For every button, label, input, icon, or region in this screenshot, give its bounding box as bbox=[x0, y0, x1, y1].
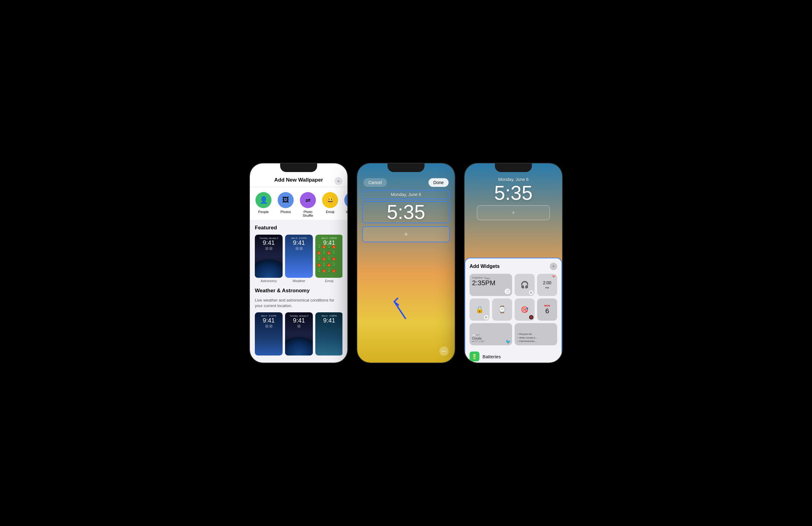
wallpaper-types-row: 👤 People 🖼 Photos ⇌ Photo Shuffle 😀 Emoj… bbox=[250, 187, 347, 220]
p3-plus-icon: + bbox=[511, 209, 515, 216]
list-item[interactable]: Tuesday, January 9 9:41 bbox=[285, 312, 313, 356]
phone2-screen: Cancel Done Monday, June 6 5:35 + bbox=[357, 163, 455, 363]
done-button[interactable]: Done bbox=[429, 178, 449, 187]
emoji-feat-label: Emoji bbox=[315, 279, 343, 283]
arrow-indicator bbox=[388, 290, 412, 322]
list-item[interactable]: Mon 6 · 9:41PM 9:41 bbox=[255, 312, 282, 356]
featured-grid: Tuesday, January 9 9:41 Astronomy bbox=[255, 235, 343, 283]
astronomy-thumb[interactable]: Tuesday, January 9 9:41 bbox=[255, 235, 282, 278]
time-text: 5:35 bbox=[387, 201, 425, 223]
airpods-widget[interactable]: 🎧 ⊙ bbox=[514, 274, 535, 296]
widget-add-area[interactable]: + bbox=[362, 226, 450, 242]
emoji-overlay: Mon 6 · 9:58PM 9:41 bbox=[315, 235, 343, 278]
list-item[interactable]: Mon 6 · 9:41PM 9:41 Weather bbox=[285, 235, 313, 283]
emoji-thumb[interactable]: 🎄🍁🎄🍁🍁🎄🍁🎄🎄🍁🎄🍁🍁🎄🍁🎄🎄🍁🎄🍁 Mon 6 · 9:58PM 9:41 bbox=[315, 235, 343, 278]
batteries-icon: 🔋 bbox=[469, 351, 479, 361]
weather-bird-icon: 🐦 bbox=[506, 339, 511, 344]
three-dots-button[interactable]: ••• bbox=[439, 347, 449, 356]
earth-graphic bbox=[255, 259, 282, 278]
calendar-small-widget[interactable]: 2:00PM 📅 bbox=[537, 274, 557, 296]
type-emoji[interactable]: 😀 Emoji bbox=[321, 192, 339, 217]
activity-dot bbox=[529, 315, 533, 319]
add-widgets-header: Add Widgets × bbox=[469, 263, 557, 270]
date-area[interactable]: Monday, June 6 bbox=[362, 190, 450, 199]
p3-time-text: 5:35 bbox=[471, 183, 556, 203]
clock-icon: 🕐 bbox=[505, 289, 510, 294]
weather-label: Weather bbox=[346, 210, 347, 214]
calendar-mon-widget[interactable]: MON 6 bbox=[537, 299, 557, 321]
weather-section-desc: Live weather and astronomical conditions… bbox=[255, 298, 343, 309]
photos-label: Photos bbox=[280, 210, 291, 214]
lockscreen-topbar: Cancel Done bbox=[357, 163, 455, 190]
wallpaper-body: Featured Tuesday, January 9 9:41 bbox=[250, 220, 347, 363]
batteries-row[interactable]: 🔋 Batteries bbox=[469, 349, 557, 363]
wallpaper-title: Add New Wallpaper bbox=[274, 177, 323, 183]
plus-icon: + bbox=[404, 230, 408, 238]
photos-icon: 🖼 bbox=[278, 192, 294, 208]
p3-date-text: Monday, June 6 bbox=[471, 177, 556, 182]
people-label: People bbox=[258, 210, 269, 214]
phone3-top: Monday, June 6 5:35 + bbox=[465, 163, 562, 223]
people-icon: 👤 bbox=[256, 192, 272, 208]
widgets-grid: Cupertino -3HRS 2:35PM 🕐 🎧 ⊙ 2:00PM 📅 bbox=[469, 274, 557, 345]
emoji-icon: 😀 bbox=[322, 192, 338, 208]
type-weather[interactable]: ⛅ Weather bbox=[344, 192, 347, 217]
weather-small-widget[interactable]: ☁️ 77° Cloudy H:77° L:60° 🐦 bbox=[469, 323, 512, 345]
scene: Add New Wallpaper × 👤 People 🖼 Photos ⇌ … bbox=[237, 150, 575, 376]
phone-2: Cancel Done Monday, June 6 5:35 + bbox=[357, 163, 455, 363]
weather-thumb[interactable]: Mon 6 · 9:41PM 9:41 bbox=[285, 235, 313, 278]
airpods-clock-icon: ⊙ bbox=[529, 290, 533, 295]
phone-3: Monday, June 6 5:35 + Add Widgets × Cupe… bbox=[464, 163, 563, 363]
app-list: 🔋 Batteries 📅 Calendar bbox=[469, 349, 557, 363]
activity-widget[interactable]: 🎯 bbox=[514, 299, 535, 321]
type-photo-shuffle[interactable]: ⇌ Photo Shuffle bbox=[299, 192, 317, 217]
photo-shuffle-label: Photo Shuffle bbox=[300, 210, 316, 217]
date-text: Monday, June 6 bbox=[391, 192, 421, 197]
wallpaper-close-button[interactable]: × bbox=[334, 177, 343, 185]
add-widgets-panel: Add Widgets × Cupertino -3HRS 2:35PM 🕐 🎧… bbox=[465, 258, 562, 363]
batteries-label: Batteries bbox=[482, 354, 501, 359]
weather-icon: ⛅ bbox=[344, 192, 347, 208]
phone-1: Add New Wallpaper × 👤 People 🖼 Photos ⇌ … bbox=[249, 163, 348, 363]
weather-grid: Mon 6 · 9:41PM 9:41 Tuesday, January 9 9… bbox=[255, 312, 343, 356]
todo-widget[interactable]: Recycle bin Write nomad e... Call Americ… bbox=[514, 323, 557, 345]
list-item[interactable]: Mon 6 · 9:58PM 9:41 bbox=[315, 312, 343, 356]
wallpaper-header: Add New Wallpaper × bbox=[250, 163, 347, 187]
weather-feat-label: Weather bbox=[285, 279, 313, 283]
weather-section-title: Weather & Astronomy bbox=[255, 288, 343, 294]
type-photos[interactable]: 🖼 Photos bbox=[277, 192, 294, 217]
list-item[interactable]: 🎄🍁🎄🍁🍁🎄🍁🎄🎄🍁🎄🍁🍁🎄🍁🎄🎄🍁🎄🍁 Mon 6 · 9:58PM 9:41… bbox=[315, 235, 343, 283]
phone1-screen: Add New Wallpaper × 👤 People 🖼 Photos ⇌ … bbox=[250, 163, 347, 363]
add-widgets-close-button[interactable]: × bbox=[550, 263, 557, 270]
cancel-button[interactable]: Cancel bbox=[363, 178, 387, 187]
watch-widget[interactable]: ⌚ bbox=[492, 299, 512, 321]
emoji-label: Emoji bbox=[326, 210, 334, 214]
astronomy-label: Astronomy bbox=[255, 279, 282, 283]
home-widget[interactable]: 🔒 ⊙ bbox=[469, 299, 490, 321]
photo-shuffle-icon: ⇌ bbox=[300, 192, 316, 208]
list-item[interactable]: Tuesday, January 9 9:41 Astronomy bbox=[255, 235, 282, 283]
p3-widget-area[interactable]: + bbox=[477, 205, 550, 220]
time-area[interactable]: 5:35 bbox=[362, 201, 450, 223]
featured-section-title: Featured bbox=[255, 225, 343, 231]
weather-overlay: Mon 6 · 9:41PM 9:41 bbox=[285, 235, 313, 278]
home-clock-icon: ⊙ bbox=[484, 315, 488, 319]
type-people[interactable]: 👤 People bbox=[255, 192, 272, 217]
phone3-screen: Monday, June 6 5:35 + Add Widgets × Cupe… bbox=[465, 163, 562, 363]
add-widgets-title: Add Widgets bbox=[469, 264, 500, 269]
weather-widget[interactable]: Cupertino -3HRS 2:35PM 🕐 bbox=[469, 274, 512, 296]
